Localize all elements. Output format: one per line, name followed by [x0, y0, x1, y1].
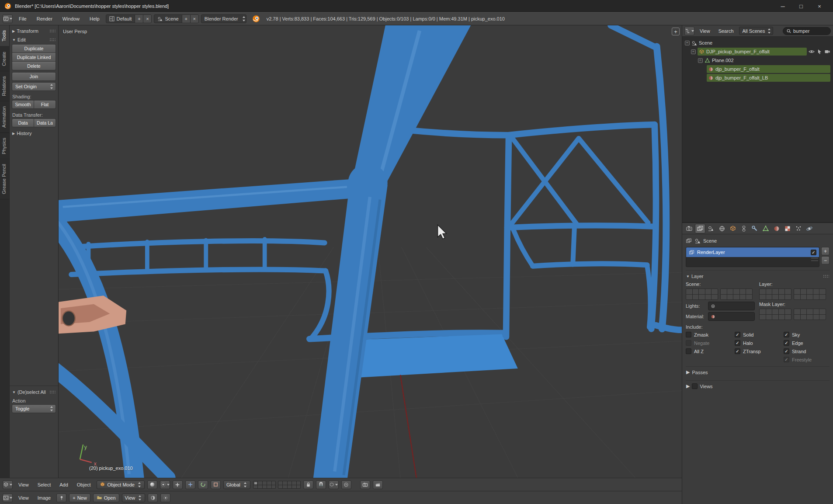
image-mode-dropdown[interactable]: View: [122, 494, 146, 502]
outliner-row-object[interactable]: − DJP_pickup_bumper_F_offalt: [682, 47, 833, 56]
tab-object-data[interactable]: [760, 224, 771, 233]
checkbox-box[interactable]: ✓: [784, 340, 789, 346]
view3d-view-menu[interactable]: View: [15, 482, 32, 487]
toolshelf-tab-create[interactable]: Create: [0, 47, 9, 71]
toolshelf-tab-physics[interactable]: Physics: [0, 133, 9, 160]
checkbox-all-z[interactable]: All Z: [686, 347, 731, 355]
tab-texture[interactable]: [782, 224, 793, 233]
tab-physics[interactable]: [804, 224, 815, 233]
action-dropdown[interactable]: Toggle: [12, 404, 56, 413]
collapse-arrow-icon[interactable]: ▼: [12, 390, 16, 394]
image-image-menu[interactable]: Image: [35, 495, 54, 501]
mode-dropdown[interactable]: Object Mode: [97, 480, 145, 489]
render-layer-item[interactable]: RenderLayer ✓: [686, 247, 819, 257]
checkbox-box[interactable]: [686, 348, 691, 354]
disclosure-icon[interactable]: −: [685, 41, 690, 45]
tab-world[interactable]: [717, 224, 727, 233]
disclosure-icon[interactable]: −: [691, 49, 696, 54]
toolshelf-tab-animation[interactable]: Animation: [0, 101, 9, 133]
view3d-add-menu[interactable]: Add: [56, 482, 71, 487]
editor-type-button-outliner[interactable]: [684, 27, 694, 35]
shade-smooth-button[interactable]: Smooth: [12, 100, 34, 109]
checkbox-sky[interactable]: ✓ Sky: [784, 330, 829, 339]
checkbox-box[interactable]: ✓: [735, 348, 740, 354]
render-layer-enable-checkbox[interactable]: ✓: [811, 250, 816, 255]
viewport-3d[interactable]: y x User Persp (20) pickup_exo.010 +: [59, 25, 682, 478]
views-panel-header[interactable]: ▶ Views: [686, 380, 830, 392]
render-layer-list[interactable]: RenderLayer ✓: [686, 247, 819, 267]
lock-to-scene-toggle[interactable]: [303, 480, 313, 489]
editor-type-button-image[interactable]: [3, 494, 13, 502]
delete-button[interactable]: Delete: [12, 62, 56, 70]
layer-grid-block[interactable]: [720, 288, 753, 300]
layer-grid-block[interactable]: [794, 288, 826, 300]
transform-orientation-dropdown[interactable]: Global: [223, 480, 250, 489]
layer-grid-block[interactable]: [759, 288, 791, 300]
add-layout-button[interactable]: +: [135, 14, 143, 23]
views-enable-checkbox[interactable]: [692, 383, 698, 389]
search-input[interactable]: [793, 28, 824, 34]
outliner-view-menu[interactable]: View: [697, 28, 713, 34]
passes-panel-header[interactable]: ▶ Passes: [686, 366, 830, 378]
cursor-select-icon[interactable]: [816, 49, 823, 55]
pin-icon[interactable]: [56, 494, 66, 502]
new-image-button[interactable]: + New: [69, 494, 90, 502]
outliner-row-material[interactable]: djp_bumper_F_offalt_LB: [682, 73, 833, 82]
delete-scene-button[interactable]: ×: [190, 14, 198, 23]
tab-scene[interactable]: [706, 224, 716, 233]
tab-modifiers[interactable]: [750, 224, 760, 233]
deselect-all-panel-header[interactable]: ▼ (De)select All: [12, 388, 56, 396]
add-render-layer-button[interactable]: +: [821, 247, 830, 255]
list-resize-grip[interactable]: [811, 258, 818, 261]
toolshelf-tab-relations[interactable]: Relations: [0, 71, 9, 101]
screen-layout-selector[interactable]: Default + ×: [106, 14, 152, 23]
outliner-search-field[interactable]: [783, 27, 831, 35]
outliner-row-mesh-data[interactable]: − Plane.002: [682, 56, 833, 65]
open-image-button[interactable]: Open: [93, 494, 119, 502]
checkbox-box[interactable]: [686, 332, 691, 337]
collapse-arrow-icon[interactable]: ▶: [686, 383, 690, 389]
transform-panel-header[interactable]: ▶ Transform: [12, 27, 56, 35]
menu-file[interactable]: File: [15, 15, 31, 23]
pivot-icon[interactable]: [160, 494, 170, 502]
checkbox-halo[interactable]: ✓ Halo: [735, 339, 780, 347]
panel-grip-icon[interactable]: [49, 29, 56, 33]
tab-particles[interactable]: [793, 224, 804, 233]
viewport-shading-dropdown[interactable]: [147, 480, 157, 489]
view3d-select-menu[interactable]: Select: [35, 482, 54, 487]
layer-panel-header[interactable]: ▼ Layer: [686, 272, 830, 281]
menu-help[interactable]: Help: [86, 15, 104, 23]
data-transfer-layout-button[interactable]: Data La: [34, 118, 56, 127]
add-scene-button[interactable]: +: [182, 14, 190, 23]
proportional-edit-dropdown[interactable]: [341, 480, 351, 489]
manipulator-rotate-toggle[interactable]: [198, 480, 208, 489]
opengl-render-anim-button[interactable]: [373, 480, 383, 489]
checkbox-box[interactable]: ✓: [784, 348, 789, 354]
pivot-point-dropdown[interactable]: [160, 480, 170, 489]
snap-element-dropdown[interactable]: [329, 480, 339, 489]
checkbox-box[interactable]: ✓: [735, 340, 740, 346]
shade-flat-button[interactable]: Flat: [34, 100, 56, 109]
layer-grid-block[interactable]: [253, 481, 276, 489]
checkbox-box[interactable]: ✓: [784, 332, 789, 337]
menu-render[interactable]: Render: [33, 15, 56, 23]
data-transfer-data-button[interactable]: Data: [12, 118, 34, 127]
eye-icon[interactable]: [809, 49, 815, 55]
checkbox-solid[interactable]: ✓ Solid: [735, 330, 780, 339]
remove-render-layer-button[interactable]: −: [821, 256, 830, 264]
panel-grip-icon[interactable]: [823, 275, 829, 278]
layer-grid-block[interactable]: [759, 309, 791, 320]
lights-override-field[interactable]: [708, 302, 755, 310]
manipulator-translate-toggle[interactable]: [185, 480, 195, 489]
scene-selector[interactable]: Scene + ×: [154, 14, 198, 23]
panel-grip-icon[interactable]: [49, 390, 56, 394]
mask-layers-widget[interactable]: [759, 309, 829, 320]
snap-toggle[interactable]: [316, 480, 326, 489]
collapse-arrow-icon[interactable]: ▶: [12, 29, 15, 33]
camera-render-icon[interactable]: [824, 49, 830, 55]
layer-grid-block[interactable]: [794, 309, 826, 320]
viewport-3d-scene[interactable]: y x: [59, 25, 682, 478]
toolshelf-tab-tools[interactable]: Tools: [0, 25, 9, 47]
toolshelf-tab-grease-pencil[interactable]: Grease Pencil: [0, 159, 9, 199]
render-engine-selector[interactable]: Blender Render: [201, 14, 246, 23]
